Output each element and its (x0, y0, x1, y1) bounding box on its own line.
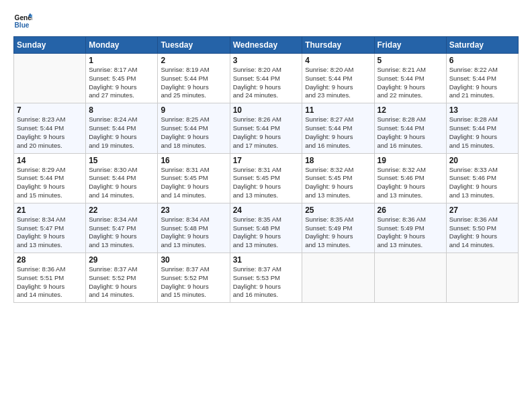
day-info: Sunrise: 8:26 AM Sunset: 5:44 PM Dayligh… (233, 116, 300, 150)
day-info: Sunrise: 8:35 AM Sunset: 5:49 PM Dayligh… (305, 216, 371, 250)
calendar-cell: 8Sunrise: 8:24 AM Sunset: 5:44 PM Daylig… (86, 103, 158, 153)
calendar-cell: 19Sunrise: 8:32 AM Sunset: 5:46 PM Dayli… (374, 153, 446, 203)
calendar-cell: 7Sunrise: 8:23 AM Sunset: 5:44 PM Daylig… (14, 103, 86, 153)
day-number: 3 (233, 56, 300, 65)
day-info: Sunrise: 8:17 AM Sunset: 5:45 PM Dayligh… (89, 66, 154, 100)
day-info: Sunrise: 8:20 AM Sunset: 5:44 PM Dayligh… (233, 66, 300, 100)
day-info: Sunrise: 8:30 AM Sunset: 5:44 PM Dayligh… (89, 166, 154, 200)
calendar-cell: 24Sunrise: 8:35 AM Sunset: 5:48 PM Dayli… (230, 203, 302, 253)
calendar-cell: 30Sunrise: 8:37 AM Sunset: 5:52 PM Dayli… (158, 253, 230, 303)
calendar-cell: 4Sunrise: 8:20 AM Sunset: 5:44 PM Daylig… (302, 54, 374, 103)
logo-icon: General Blue (13, 12, 32, 31)
week-row-1: 1Sunrise: 8:17 AM Sunset: 5:45 PM Daylig… (14, 54, 519, 103)
day-info: Sunrise: 8:22 AM Sunset: 5:44 PM Dayligh… (449, 66, 515, 100)
day-info: Sunrise: 8:37 AM Sunset: 5:52 PM Dayligh… (89, 265, 154, 300)
day-info: Sunrise: 8:27 AM Sunset: 5:44 PM Dayligh… (305, 116, 371, 150)
day-info: Sunrise: 8:34 AM Sunset: 5:48 PM Dayligh… (161, 216, 226, 250)
day-info: Sunrise: 8:36 AM Sunset: 5:49 PM Dayligh… (378, 216, 443, 250)
day-number: 14 (17, 156, 83, 165)
day-info: Sunrise: 8:25 AM Sunset: 5:44 PM Dayligh… (161, 116, 226, 150)
weekday-header-thursday: Thursday (302, 37, 374, 54)
weekday-header-monday: Monday (86, 37, 158, 54)
calendar-cell: 9Sunrise: 8:25 AM Sunset: 5:44 PM Daylig… (158, 103, 230, 153)
week-row-3: 14Sunrise: 8:29 AM Sunset: 5:44 PM Dayli… (14, 153, 519, 203)
calendar-cell: 22Sunrise: 8:34 AM Sunset: 5:47 PM Dayli… (86, 203, 158, 253)
header: General Blue (13, 12, 519, 31)
calendar-cell: 15Sunrise: 8:30 AM Sunset: 5:44 PM Dayli… (86, 153, 158, 203)
day-info: Sunrise: 8:36 AM Sunset: 5:50 PM Dayligh… (449, 216, 515, 250)
day-info: Sunrise: 8:32 AM Sunset: 5:46 PM Dayligh… (378, 166, 443, 200)
weekday-header-tuesday: Tuesday (158, 37, 230, 54)
day-info: Sunrise: 8:19 AM Sunset: 5:44 PM Dayligh… (161, 66, 226, 100)
day-number: 19 (378, 156, 443, 165)
day-number: 20 (449, 156, 515, 165)
week-row-5: 28Sunrise: 8:36 AM Sunset: 5:51 PM Dayli… (14, 253, 519, 303)
calendar-cell (374, 253, 446, 303)
day-info: Sunrise: 8:34 AM Sunset: 5:47 PM Dayligh… (17, 216, 83, 250)
day-info: Sunrise: 8:36 AM Sunset: 5:51 PM Dayligh… (17, 265, 83, 300)
day-info: Sunrise: 8:31 AM Sunset: 5:45 PM Dayligh… (233, 166, 300, 200)
day-info: Sunrise: 8:31 AM Sunset: 5:45 PM Dayligh… (161, 166, 226, 200)
day-number: 25 (305, 205, 371, 215)
day-number: 28 (17, 255, 83, 265)
calendar-cell: 29Sunrise: 8:37 AM Sunset: 5:52 PM Dayli… (86, 253, 158, 303)
day-info: Sunrise: 8:37 AM Sunset: 5:52 PM Dayligh… (161, 265, 226, 300)
day-number: 30 (161, 255, 226, 265)
week-row-4: 21Sunrise: 8:34 AM Sunset: 5:47 PM Dayli… (14, 203, 519, 253)
calendar-cell: 11Sunrise: 8:27 AM Sunset: 5:44 PM Dayli… (302, 103, 374, 153)
calendar-cell (14, 54, 86, 103)
day-number: 10 (233, 105, 300, 115)
day-number: 16 (161, 156, 226, 165)
day-info: Sunrise: 8:20 AM Sunset: 5:44 PM Dayligh… (305, 66, 371, 100)
weekday-header-wednesday: Wednesday (230, 37, 302, 54)
day-number: 29 (89, 255, 154, 265)
day-number: 22 (89, 205, 154, 215)
day-info: Sunrise: 8:34 AM Sunset: 5:47 PM Dayligh… (89, 216, 154, 250)
day-info: Sunrise: 8:35 AM Sunset: 5:48 PM Dayligh… (233, 216, 300, 250)
day-info: Sunrise: 8:33 AM Sunset: 5:46 PM Dayligh… (449, 166, 515, 200)
week-row-2: 7Sunrise: 8:23 AM Sunset: 5:44 PM Daylig… (14, 103, 519, 153)
day-number: 6 (449, 56, 515, 65)
day-number: 7 (17, 105, 83, 115)
day-number: 15 (89, 156, 154, 165)
day-number: 12 (378, 105, 443, 115)
calendar-cell (302, 253, 374, 303)
day-number: 26 (378, 205, 443, 215)
day-number: 27 (449, 205, 515, 215)
day-number: 11 (305, 105, 371, 115)
calendar-cell: 2Sunrise: 8:19 AM Sunset: 5:44 PM Daylig… (158, 54, 230, 103)
calendar-cell: 6Sunrise: 8:22 AM Sunset: 5:44 PM Daylig… (446, 54, 518, 103)
calendar-cell: 13Sunrise: 8:28 AM Sunset: 5:44 PM Dayli… (446, 103, 518, 153)
calendar-cell: 10Sunrise: 8:26 AM Sunset: 5:44 PM Dayli… (230, 103, 302, 153)
day-number: 17 (233, 156, 300, 165)
day-number: 1 (89, 56, 154, 65)
calendar-cell: 18Sunrise: 8:32 AM Sunset: 5:45 PM Dayli… (302, 153, 374, 203)
day-info: Sunrise: 8:28 AM Sunset: 5:44 PM Dayligh… (449, 116, 515, 150)
day-number: 18 (305, 156, 371, 165)
calendar-cell: 20Sunrise: 8:33 AM Sunset: 5:46 PM Dayli… (446, 153, 518, 203)
day-number: 24 (233, 205, 300, 215)
day-info: Sunrise: 8:28 AM Sunset: 5:44 PM Dayligh… (378, 116, 443, 150)
day-info: Sunrise: 8:37 AM Sunset: 5:53 PM Dayligh… (233, 265, 300, 300)
weekday-header-friday: Friday (374, 37, 446, 54)
weekday-header-saturday: Saturday (446, 37, 518, 54)
calendar-cell: 16Sunrise: 8:31 AM Sunset: 5:45 PM Dayli… (158, 153, 230, 203)
day-number: 4 (305, 56, 371, 65)
calendar-cell: 5Sunrise: 8:21 AM Sunset: 5:44 PM Daylig… (374, 54, 446, 103)
calendar-cell: 17Sunrise: 8:31 AM Sunset: 5:45 PM Dayli… (230, 153, 302, 203)
calendar-cell: 21Sunrise: 8:34 AM Sunset: 5:47 PM Dayli… (14, 203, 86, 253)
svg-text:Blue: Blue (15, 21, 30, 29)
day-info: Sunrise: 8:23 AM Sunset: 5:44 PM Dayligh… (17, 116, 83, 150)
page: General Blue SundayMondayTuesdayWednesda… (0, 0, 532, 411)
calendar-cell: 23Sunrise: 8:34 AM Sunset: 5:48 PM Dayli… (158, 203, 230, 253)
day-number: 5 (378, 56, 443, 65)
day-number: 8 (89, 105, 154, 115)
day-number: 13 (449, 105, 515, 115)
calendar-cell: 12Sunrise: 8:28 AM Sunset: 5:44 PM Dayli… (374, 103, 446, 153)
calendar-cell: 25Sunrise: 8:35 AM Sunset: 5:49 PM Dayli… (302, 203, 374, 253)
calendar-cell: 14Sunrise: 8:29 AM Sunset: 5:44 PM Dayli… (14, 153, 86, 203)
day-number: 23 (161, 205, 226, 215)
day-info: Sunrise: 8:21 AM Sunset: 5:44 PM Dayligh… (378, 66, 443, 100)
calendar-cell (446, 253, 518, 303)
calendar-cell: 26Sunrise: 8:36 AM Sunset: 5:49 PM Dayli… (374, 203, 446, 253)
